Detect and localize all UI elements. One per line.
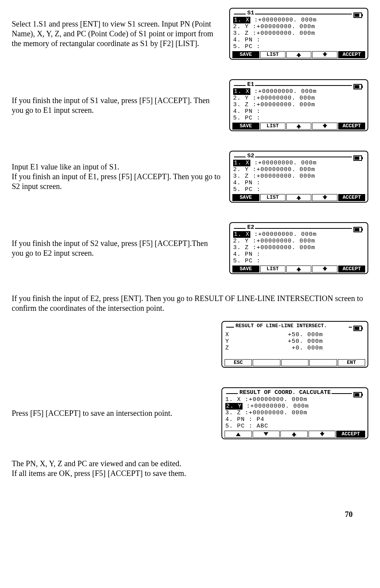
svg-marker-7 [323, 267, 327, 271]
softkey-list[interactable]: LIST [260, 194, 285, 201]
softkey-arrow[interactable] [309, 431, 336, 438]
softkey-arrow[interactable] [253, 431, 280, 438]
svg-marker-8 [236, 433, 241, 436]
paragraph: Select 1.S1 and press [ENT] to view S1 s… [12, 19, 221, 48]
paragraph: If you finish the input of S2 value, pre… [12, 239, 221, 258]
screen-title: S2 [246, 153, 255, 160]
svg-marker-0 [296, 53, 301, 57]
battery-icon [353, 84, 362, 89]
softkey-save[interactable]: SAVE [232, 123, 259, 130]
screen-title: E2 [246, 225, 255, 231]
field-row: 1. X :+00000000. 000m [233, 89, 365, 95]
battery-icon [353, 227, 362, 232]
svg-marker-10 [292, 432, 296, 437]
result-line: Y +50. 000m [225, 339, 365, 345]
screen-title: RESULT OF COORD. CALCULATE [239, 390, 332, 396]
softkey-arrow[interactable] [286, 265, 312, 273]
paragraph: Input E1 value like an input of S1. If y… [12, 162, 221, 191]
field-row: 3. Z :+00000000. 000m [233, 30, 365, 37]
screen-title: S1 [246, 10, 255, 17]
softkey-ent[interactable]: ENT [338, 359, 365, 366]
field-row: 2. Y :+00000000. 000m [233, 95, 365, 102]
svg-marker-11 [320, 432, 325, 436]
field-row: 4. PN : [233, 251, 365, 258]
softkey-arrow[interactable] [312, 51, 337, 58]
svg-marker-3 [323, 124, 327, 128]
battery-icon [353, 392, 362, 397]
field-row: 3. Z :+00000000. 000m [225, 410, 365, 417]
svg-marker-9 [264, 432, 268, 436]
field-row: 2. Y :+00000000. 000m [233, 238, 365, 245]
lcd-screen-e1: E11. X :+00000000. 000m2. Y :+00000000. … [229, 79, 368, 131]
field-row: 5. PC : [233, 115, 365, 122]
field-row: 1. X :+00000000. 000m [233, 17, 365, 24]
field-row: 5. PC : [233, 187, 365, 193]
battery-icon [353, 12, 362, 18]
softkey-empty [281, 359, 309, 366]
field-row: 3. Z :+00000000. 000m [233, 245, 365, 251]
softkey-arrow[interactable] [286, 194, 312, 201]
field-row: 4. PN : [233, 37, 365, 44]
softkey-arrow[interactable] [225, 431, 252, 438]
softkey-arrow[interactable] [286, 51, 312, 58]
field-row: 5. PC : ABC [225, 423, 365, 430]
softkey-arrow[interactable] [312, 123, 337, 130]
field-row: 3. Z :+00000000. 000m [233, 173, 365, 180]
screen-title: RESULT OF LINE-LINE INTERSECT. [235, 323, 328, 329]
field-row: 4. PN : P4 [225, 417, 365, 423]
softkey-empty [253, 359, 280, 366]
field-row: 2. Y :+00000000. 000m [233, 24, 365, 30]
softkey-list[interactable]: LIST [260, 123, 285, 130]
field-row: 4. PN : [233, 109, 365, 115]
paragraph: Press [F5] [ACCEPT] to save an intersect… [12, 408, 214, 418]
softkey-accept[interactable]: ACCEPT [338, 194, 365, 201]
softkey-arrow[interactable] [312, 194, 337, 201]
field-row: 2. Y :+00000000. 000m [233, 167, 365, 173]
paragraph: If you finish the input of S1 value, pre… [12, 96, 221, 115]
svg-marker-2 [296, 124, 301, 128]
lcd-screen-s1: S11. X :+00000000. 000m2. Y :+00000000. … [229, 8, 368, 60]
softkey-list[interactable]: LIST [260, 51, 285, 58]
lcd-screen-s2: S21. X :+00000000. 000m2. Y :+00000000. … [229, 151, 368, 203]
paragraph: The PN, X, Y, Z and PC are viewed and ca… [12, 459, 368, 478]
softkey-save[interactable]: SAVE [232, 51, 259, 58]
softkey-empty [309, 359, 337, 366]
softkey-esc[interactable]: ESC [225, 359, 252, 366]
svg-marker-4 [296, 196, 301, 200]
softkey-arrow[interactable] [312, 265, 337, 273]
paragraph: If you finish the input of E2, press [EN… [12, 294, 368, 313]
softkey-list[interactable]: LIST [260, 265, 285, 273]
softkey-arrow[interactable] [280, 431, 308, 438]
softkey-arrow[interactable] [286, 123, 312, 130]
softkey-save[interactable]: SAVE [232, 194, 259, 201]
field-row: 5. PC : [233, 44, 365, 50]
softkey-accept[interactable]: ACCEPT [338, 51, 365, 58]
svg-marker-5 [323, 195, 327, 200]
lcd-screen-e2: E21. X :+00000000. 000m2. Y :+00000000. … [229, 222, 368, 274]
field-row: 1. X :+00000000. 000m [233, 160, 365, 167]
field-row: 1. X :+00000000. 000m [233, 232, 365, 238]
page-number: 70 [12, 510, 368, 519]
result-line: Z +0. 000m [225, 345, 365, 352]
field-row: 5. PC : [233, 258, 365, 265]
lcd-screen-result-coord: RESULT OF COORD. CALCULATE1. X :+0000000… [221, 387, 368, 439]
softkey-save[interactable]: SAVE [232, 265, 259, 273]
softkey-accept[interactable]: ACCEPT [336, 431, 365, 438]
field-row: 3. Z :+00000000. 000m [233, 102, 365, 109]
battery-icon [353, 326, 362, 331]
field-row: 4. PN : [233, 180, 365, 187]
screen-title: E1 [246, 82, 255, 88]
battery-icon [353, 155, 362, 161]
field-row: 1. X :+00000000. 000m [225, 397, 365, 403]
svg-marker-6 [296, 267, 301, 271]
svg-marker-1 [323, 52, 327, 57]
softkey-accept[interactable]: ACCEPT [338, 123, 365, 130]
lcd-screen-result-intersect: RESULT OF LINE-LINE INTERSECT.X +50. 000… [221, 321, 368, 368]
softkey-accept[interactable]: ACCEPT [338, 265, 365, 273]
result-line: X +50. 000m [225, 332, 365, 339]
field-row: 2. Y :+00000000. 000m [225, 403, 365, 410]
